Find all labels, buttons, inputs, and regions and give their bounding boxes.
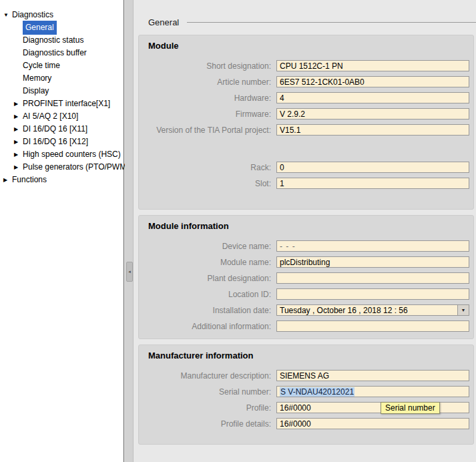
section-title: Manufacturer information: [148, 351, 473, 361]
expand-right-icon[interactable]: ▶: [14, 148, 23, 161]
tree-item-label: Pulse generators (PTO/PWM): [23, 161, 129, 174]
tree-item-label: AI 5/AQ 2 [X10]: [23, 110, 78, 123]
field-value: 16#0000: [280, 403, 311, 413]
installation-date-field[interactable]: Tuesday , October 16 , 2018 12 : 56 ▼: [276, 304, 469, 316]
date-dropdown-button[interactable]: ▼: [457, 305, 469, 315]
tree-item-label: DI 16/DQ 16 [X12]: [23, 136, 88, 148]
plant-designation-label: Plant designation:: [139, 274, 276, 283]
field-row: Location ID:: [139, 288, 473, 300]
field-value: 16#0000: [280, 419, 311, 429]
field-row: Article number: 6ES7 512-1CK01-0AB0: [139, 76, 473, 87]
tree-item-functions[interactable]: ▶ Functions: [0, 174, 124, 186]
device-name-field[interactable]: - - -: [276, 240, 469, 252]
tree-item-label: Functions: [12, 174, 47, 186]
tree-item-diagnostic-status[interactable]: Diagnostic status: [0, 34, 124, 47]
module-information-section: Module information Device name: - - - Mo…: [138, 215, 474, 339]
manufacturer-description-field[interactable]: SIEMENS AG: [276, 370, 469, 381]
field-row: Plant designation:: [139, 272, 473, 284]
tree-item-label: Display: [23, 85, 49, 97]
field-value: V15.1: [280, 126, 300, 135]
diagnostics-window: ▼ Diagnostics General Diagnostic status …: [0, 0, 476, 462]
profile-label: Profile:: [139, 403, 276, 413]
splitter-collapse-icon[interactable]: ◂: [126, 262, 133, 282]
expand-right-icon[interactable]: ▶: [14, 136, 23, 148]
firmware-label: Firmware:: [139, 109, 276, 119]
short-designation-label: Short designation:: [139, 61, 276, 71]
tree-item-label: High speed counters (HSC): [23, 148, 121, 161]
field-value-selected: S V-NDAU42012021: [280, 387, 354, 397]
tree-item-di16-dq16-x11[interactable]: ▶ DI 16/DQ 16 [X11]: [0, 123, 124, 136]
expand-right-icon[interactable]: ▶: [3, 174, 12, 186]
additional-information-field[interactable]: [276, 320, 469, 332]
field-row: Serial number: S V-NDAU42012021: [139, 386, 473, 397]
tree-item-di16-dq16-x12[interactable]: ▶ DI 16/DQ 16 [X12]: [0, 136, 124, 148]
section-title: Module information: [148, 221, 473, 231]
expand-down-icon[interactable]: ▼: [3, 9, 12, 21]
field-row: Firmware: V 2.9.2: [139, 108, 473, 120]
location-id-field[interactable]: [276, 288, 469, 300]
chevron-down-icon: ▼: [461, 308, 466, 312]
tree-item-pulse-generators[interactable]: ▶ Pulse generators (PTO/PWM): [0, 161, 124, 174]
tree-item-diagnostics[interactable]: ▼ Diagnostics: [0, 9, 124, 21]
short-designation-field[interactable]: CPU 1512C-1 PN: [276, 60, 469, 71]
field-row: Installation date: Tuesday , October 16 …: [139, 304, 473, 316]
tree-item-label: Diagnostic status: [23, 34, 83, 47]
additional-information-label: Additional information:: [139, 322, 276, 331]
field-value: CPU 1512C-1 PN: [280, 61, 343, 71]
slot-label: Slot:: [139, 179, 276, 188]
expand-right-icon[interactable]: ▶: [14, 161, 23, 174]
tree-item-cycle-time[interactable]: Cycle time: [0, 59, 124, 72]
manufacturer-information-section: Manufacturer information Manufacturer de…: [138, 344, 474, 445]
field-row: Device name: - - -: [139, 240, 473, 252]
profile-details-field[interactable]: 16#0000: [276, 418, 469, 429]
slot-field[interactable]: 1: [276, 178, 469, 189]
field-value: 6ES7 512-1CK01-0AB0: [280, 77, 365, 87]
tree-item-profinet-interface[interactable]: ▶ PROFINET interface[X1]: [0, 97, 124, 110]
module-section: Module Short designation: CPU 1512C-1 PN…: [138, 35, 474, 210]
field-value: 1: [280, 179, 284, 188]
field-row: Additional information:: [139, 320, 473, 332]
field-value: 0: [280, 163, 284, 172]
serial-number-tooltip: Serial number: [381, 402, 440, 414]
tree-item-general[interactable]: General: [0, 21, 124, 34]
field-row: Short designation: CPU 1512C-1 PN: [139, 60, 473, 71]
field-row: Module name: plcDistributing: [139, 256, 473, 268]
expand-right-icon[interactable]: ▶: [14, 110, 23, 123]
location-id-label: Location ID:: [139, 290, 276, 299]
tree-item-diagnostics-buffer[interactable]: Diagnostics buffer: [0, 47, 124, 59]
general-panel: General Module Short designation: CPU 15…: [134, 0, 476, 462]
tia-portal-version-field[interactable]: V15.1: [276, 124, 469, 136]
field-value: - - -: [280, 242, 296, 251]
tree-item-label: General: [23, 21, 57, 35]
tree-item-label: Diagnostics buffer: [23, 47, 87, 59]
hardware-field[interactable]: 4: [276, 92, 469, 103]
tree-item-label: Diagnostics: [12, 9, 53, 21]
field-value: 4: [280, 93, 284, 103]
section-gap: [139, 140, 473, 162]
module-name-field[interactable]: plcDistributing: [276, 256, 469, 268]
module-name-label: Module name:: [139, 258, 276, 267]
article-number-label: Article number:: [139, 77, 276, 87]
profile-field[interactable]: 16#0000: [276, 402, 469, 413]
tree-item-memory[interactable]: Memory: [0, 72, 124, 85]
tree-item-label: Cycle time: [23, 59, 60, 72]
article-number-field[interactable]: 6ES7 512-1CK01-0AB0: [276, 76, 469, 87]
installation-date-label: Installation date:: [139, 306, 276, 315]
serial-number-label: Serial number:: [139, 387, 276, 397]
serial-number-field[interactable]: S V-NDAU42012021: [276, 386, 469, 397]
tree-item-high-speed-counters[interactable]: ▶ High speed counters (HSC): [0, 148, 124, 161]
tree-item-display[interactable]: Display: [0, 85, 124, 97]
firmware-field[interactable]: V 2.9.2: [276, 108, 469, 120]
page-title-row: General: [148, 16, 476, 28]
expand-right-icon[interactable]: ▶: [14, 123, 23, 136]
field-value: Tuesday , October 16 , 2018 12 : 56: [280, 306, 408, 315]
rack-field[interactable]: 0: [276, 162, 469, 173]
pane-splitter[interactable]: ◂: [125, 0, 134, 462]
field-row: Hardware: 4: [139, 92, 473, 103]
plant-designation-field[interactable]: [276, 272, 469, 284]
expand-right-icon[interactable]: ▶: [14, 97, 23, 110]
section-title: Module: [148, 41, 473, 51]
manufacturer-description-label: Manufacturer description:: [139, 371, 276, 381]
tree-item-ai5-aq2[interactable]: ▶ AI 5/AQ 2 [X10]: [0, 110, 124, 123]
field-value: SIEMENS AG: [280, 371, 329, 381]
